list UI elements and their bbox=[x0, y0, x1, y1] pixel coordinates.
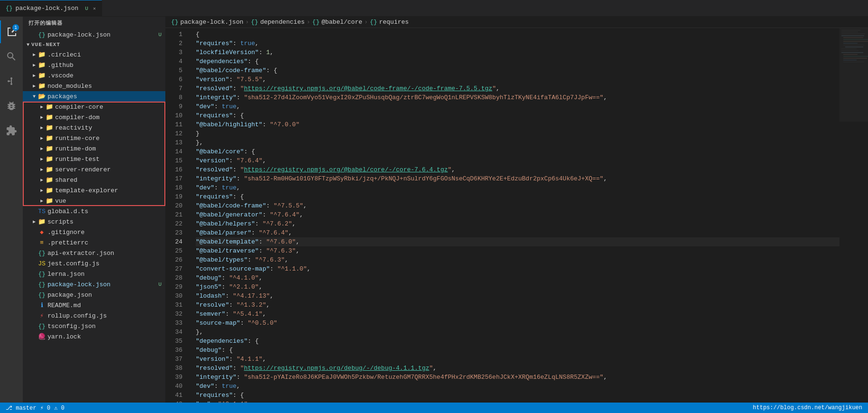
svg-point-1 bbox=[10, 77, 12, 79]
tab-close-button[interactable]: ✕ bbox=[93, 6, 96, 11]
tree-item-circleci[interactable]: ▶ 📁 .circleci bbox=[23, 49, 165, 60]
tree-item-package-json[interactable]: {} package.json bbox=[23, 290, 165, 300]
code-line-40: "dev": true, bbox=[196, 382, 839, 391]
explorer-badge: 1 bbox=[12, 24, 19, 31]
breadcrumb-icon-3: {} bbox=[312, 19, 320, 26]
code-line-8: "integrity": "sha512-27d4lZoomVyo51VegxI… bbox=[196, 93, 839, 102]
breadcrumb-icon-1: {} bbox=[171, 19, 179, 26]
project-root[interactable]: ▼ VUE-NEXT bbox=[23, 40, 165, 49]
tree-item-reactivity[interactable]: ▶ 📁 reactivity bbox=[23, 122, 165, 133]
js-file-icon: ⚡ bbox=[38, 312, 46, 319]
yarn-icon: 🧶 bbox=[38, 333, 46, 340]
ln-41: 41 bbox=[165, 391, 182, 400]
warning-count[interactable]: ⚠ 0 bbox=[54, 404, 65, 412]
ln-15: 15 bbox=[165, 156, 182, 165]
label-shared: shared bbox=[55, 177, 77, 184]
code-line-3: "lockfileVersion": 1, bbox=[196, 48, 839, 57]
error-count[interactable]: ⚡ 0 bbox=[40, 404, 50, 412]
code-line-10: "requires": { bbox=[196, 111, 839, 120]
tree-item-jest-config[interactable]: JS jest.config.js bbox=[23, 258, 165, 269]
tree-item-scripts[interactable]: ▶ 📁 scripts bbox=[23, 216, 165, 227]
tree-item-server-renderer[interactable]: ▶ 📁 server-renderer bbox=[23, 164, 165, 175]
breadcrumb-dependencies[interactable]: dependencies bbox=[260, 19, 305, 26]
arrow-icon: ▶ bbox=[38, 113, 46, 121]
label-api-extractor: api-extractor.json bbox=[48, 250, 114, 257]
tree-item-tsconfig[interactable]: {} tsconfig.json bbox=[23, 321, 165, 331]
activity-git[interactable] bbox=[0, 70, 23, 93]
tree-item-lerna[interactable]: {} lerna.json bbox=[23, 269, 165, 279]
code-line-33: "source-map": "^0.5.0" bbox=[196, 319, 839, 328]
tree-item-prettierrc[interactable]: ≡ .prettierrc bbox=[23, 237, 165, 248]
ln-7: 7 bbox=[165, 84, 182, 93]
tree-item-compiler-dom[interactable]: ▶ 📁 compiler-dom bbox=[23, 112, 165, 122]
sidebar: 打开的编辑器 {} package-lock.json U ▼ VUE-NEXT… bbox=[23, 17, 165, 403]
ln-36: 36 bbox=[165, 346, 182, 355]
tab-bar: {} package-lock.json U ✕ bbox=[0, 0, 868, 17]
folder-icon: 📁 bbox=[46, 155, 53, 163]
tree-item-package-lock[interactable]: {} package-lock.json U bbox=[23, 279, 165, 290]
code-line-13: }, bbox=[196, 138, 839, 147]
breadcrumb-package-lock[interactable]: package-lock.json bbox=[181, 19, 244, 26]
ln-27: 27 bbox=[165, 264, 182, 273]
tree-item-readme[interactable]: ℹ README.md bbox=[23, 300, 165, 310]
breadcrumb-requires[interactable]: requires bbox=[379, 19, 409, 26]
activity-extensions[interactable] bbox=[0, 119, 23, 142]
json-icon: {} bbox=[38, 270, 46, 278]
ln-40: 40 bbox=[165, 382, 182, 391]
arrow-icon: ▶ bbox=[38, 187, 46, 194]
tree-item-vscode[interactable]: ▶ 📁 .vscode bbox=[23, 70, 165, 81]
open-editor-package-lock[interactable]: {} package-lock.json U bbox=[23, 29, 165, 40]
breadcrumb-sep-1: › bbox=[245, 19, 249, 26]
code-editor[interactable]: { "requires": true, "lockfileVersion": 1… bbox=[188, 28, 839, 403]
tree-item-api-extractor[interactable]: {} api-extractor.json bbox=[23, 248, 165, 258]
tree-item-rollup[interactable]: ⚡ rollup.config.js bbox=[23, 310, 165, 321]
git-branch[interactable]: ⎇ master bbox=[6, 404, 36, 412]
ln-2: 2 bbox=[165, 39, 182, 48]
ln-16: 16 bbox=[165, 165, 182, 174]
spacer bbox=[30, 249, 38, 257]
tree-item-shared[interactable]: ▶ 📁 shared bbox=[23, 175, 165, 185]
label-packages: packages bbox=[48, 93, 77, 100]
label-vscode: .vscode bbox=[48, 72, 74, 79]
activity-debug[interactable] bbox=[0, 94, 23, 117]
tree-item-global-dts[interactable]: TS global.d.ts bbox=[23, 206, 165, 216]
label-circleci: .circleci bbox=[48, 51, 81, 58]
code-line-41: "requires": { bbox=[196, 391, 839, 400]
tree-item-vue[interactable]: ▶ 📁 vue bbox=[23, 196, 165, 206]
tree-item-runtime-test[interactable]: ▶ 📁 runtime-test bbox=[23, 154, 165, 164]
spacer bbox=[30, 281, 38, 288]
label-node-modules: node_modules bbox=[48, 83, 92, 90]
label-package-lock: package-lock.json bbox=[48, 281, 111, 288]
label-runtime-dom: runtime-dom bbox=[55, 145, 96, 152]
label-prettierrc: .prettierrc bbox=[48, 239, 88, 246]
main-layout: 1 打开的编辑器 {} package-lock.json U ▼ VUE-NE… bbox=[0, 17, 868, 403]
code-line-30: "lodash": "^4.17.13", bbox=[196, 291, 839, 300]
code-line-5: "@babel/code-frame": { bbox=[196, 66, 839, 75]
folder-icon: 📁 bbox=[38, 61, 46, 69]
tree-item-yarn-lock[interactable]: 🧶 yarn.lock bbox=[23, 331, 165, 342]
tree-item-runtime-dom[interactable]: ▶ 📁 runtime-dom bbox=[23, 143, 165, 154]
ln-5: 5 bbox=[165, 66, 182, 75]
tree-item-template-explorer[interactable]: ▶ 📁 template-explorer bbox=[23, 185, 165, 196]
tree-item-runtime-core[interactable]: ▶ 📁 runtime-core bbox=[23, 133, 165, 143]
activity-search[interactable] bbox=[0, 45, 23, 68]
breadcrumb-babel-core[interactable]: @babel/core bbox=[322, 19, 362, 26]
activity-explorer[interactable]: 1 bbox=[0, 20, 23, 43]
label-server-renderer: server-renderer bbox=[55, 166, 111, 173]
tree-item-packages[interactable]: ▼ 📂 packages bbox=[23, 91, 165, 102]
csdn-link[interactable]: https://blog.csdn.net/wangjikuen bbox=[753, 404, 862, 411]
tab-package-lock[interactable]: {} package-lock.json U ✕ bbox=[0, 0, 102, 16]
tree-item-node-modules[interactable]: ▶ 📁 node_modules bbox=[23, 81, 165, 91]
ln-6: 6 bbox=[165, 75, 182, 84]
tree-item-gitignore[interactable]: ◆ .gitignore bbox=[23, 227, 165, 237]
ln-33: 33 bbox=[165, 319, 182, 328]
code-line-9: "dev": true, bbox=[196, 102, 839, 111]
label-yarn-lock: yarn.lock bbox=[48, 333, 81, 340]
tree-item-compiler-core[interactable]: ▶ 📁 compiler-core bbox=[23, 102, 165, 112]
breadcrumb-icon-4: {} bbox=[370, 19, 377, 26]
ln-19: 19 bbox=[165, 192, 182, 201]
label-runtime-test: runtime-test bbox=[55, 156, 100, 163]
code-line-18: "dev": true, bbox=[196, 183, 839, 192]
tree-item-github[interactable]: ▶ 📁 .github bbox=[23, 60, 165, 70]
folder-icon: 📁 bbox=[46, 134, 53, 142]
